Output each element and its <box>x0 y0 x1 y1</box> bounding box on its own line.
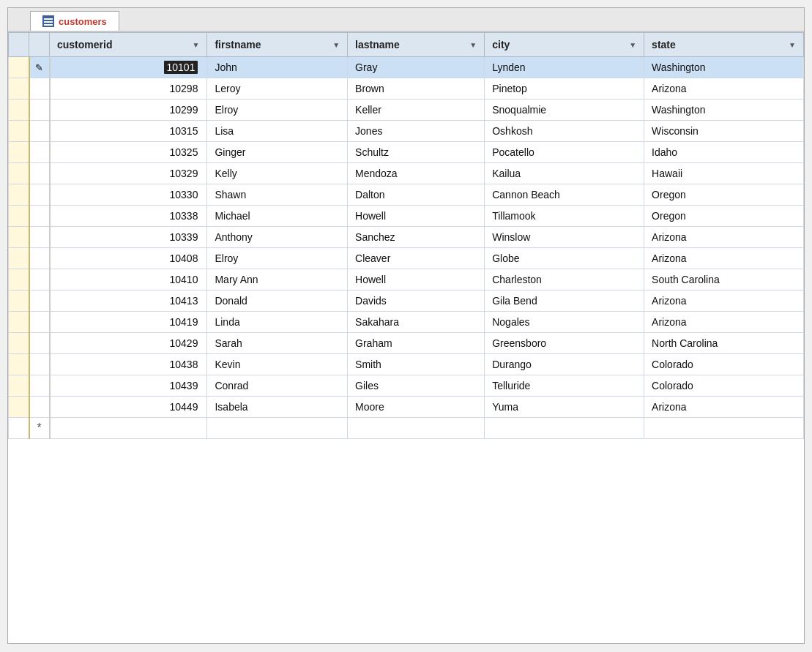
cell-firstname[interactable]: John <box>207 57 348 78</box>
cell-state[interactable]: Arizona <box>644 291 804 312</box>
state-dropdown-icon[interactable]: ▼ <box>789 41 796 49</box>
cell-customerid[interactable]: 10410 <box>50 269 207 291</box>
lastname-dropdown-icon[interactable]: ▼ <box>469 41 477 49</box>
cell-firstname[interactable]: Leroy <box>207 78 348 100</box>
cell-state[interactable]: Idaho <box>644 142 804 163</box>
cell-city[interactable]: Greensboro <box>485 333 644 354</box>
cell-customerid[interactable]: 10449 <box>50 397 207 418</box>
cell-state[interactable]: Washington <box>644 57 804 78</box>
cell-customerid[interactable]: 10315 <box>50 121 207 142</box>
cell-city[interactable]: Cannon Beach <box>485 184 644 206</box>
cell-state[interactable]: Arizona <box>644 227 804 248</box>
table-row[interactable]: 10438KevinSmithDurangoColorado <box>9 354 804 375</box>
cell-city[interactable]: Yuma <box>485 397 644 418</box>
cell-state[interactable]: Washington <box>644 100 804 121</box>
cell-city[interactable]: Snoqualmie <box>485 100 644 121</box>
cell-customerid[interactable]: 10330 <box>50 184 207 206</box>
cell-firstname[interactable]: Ginger <box>207 142 348 163</box>
cell-state[interactable]: Arizona <box>644 397 804 418</box>
cell-state[interactable]: South Carolina <box>644 269 804 291</box>
col-header-city[interactable]: city ▼ <box>485 33 644 57</box>
customerid-dropdown-icon[interactable]: ▼ <box>193 41 200 49</box>
cell-lastname[interactable]: Gray <box>348 57 485 78</box>
cell-city[interactable]: Pocatello <box>485 142 644 163</box>
cell-city[interactable]: Pinetop <box>485 78 644 100</box>
new-row-cell[interactable] <box>348 418 485 439</box>
table-row[interactable]: 10429SarahGrahamGreensboroNorth Carolina <box>9 333 804 354</box>
new-row-cell[interactable] <box>50 418 207 439</box>
table-row[interactable]: 10298LeroyBrownPinetopArizona <box>9 78 804 100</box>
cell-firstname[interactable]: Michael <box>207 206 348 227</box>
table-row[interactable]: 10410Mary AnnHowellCharlestonSouth Carol… <box>9 269 804 291</box>
cell-lastname[interactable]: Smith <box>348 354 485 375</box>
cell-city[interactable]: Gila Bend <box>485 291 644 312</box>
cell-lastname[interactable]: Graham <box>348 333 485 354</box>
cell-firstname[interactable]: Donald <box>207 291 348 312</box>
cell-customerid[interactable]: 10339 <box>50 227 207 248</box>
cell-lastname[interactable]: Howell <box>348 206 485 227</box>
cell-lastname[interactable]: Jones <box>348 121 485 142</box>
table-row[interactable]: ✎10101JohnGrayLyndenWashington <box>9 57 804 78</box>
cell-city[interactable]: Tillamook <box>485 206 644 227</box>
cell-lastname[interactable]: Moore <box>348 397 485 418</box>
cell-firstname[interactable]: Isabela <box>207 397 348 418</box>
cell-state[interactable]: Wisconsin <box>644 121 804 142</box>
new-row-cell[interactable] <box>207 418 348 439</box>
new-row-cell[interactable] <box>485 418 644 439</box>
cell-customerid[interactable]: 10299 <box>50 100 207 121</box>
cell-lastname[interactable]: Dalton <box>348 184 485 206</box>
cell-state[interactable]: Arizona <box>644 78 804 100</box>
cell-firstname[interactable]: Sarah <box>207 333 348 354</box>
cell-customerid[interactable]: 10101 <box>50 57 207 78</box>
new-row-cell[interactable] <box>644 418 804 439</box>
cell-firstname[interactable]: Shawn <box>207 184 348 206</box>
col-header-lastname[interactable]: lastname ▼ <box>348 33 485 57</box>
table-row[interactable]: 10329KellyMendozaKailuaHawaii <box>9 163 804 184</box>
cell-lastname[interactable]: Giles <box>348 375 485 397</box>
cell-lastname[interactable]: Sakahara <box>348 312 485 333</box>
col-header-state[interactable]: state ▼ <box>644 33 804 57</box>
cell-customerid[interactable]: 10408 <box>50 248 207 269</box>
new-row[interactable]: * <box>9 418 804 439</box>
cell-city[interactable]: Lynden <box>485 57 644 78</box>
cell-firstname[interactable]: Elroy <box>207 248 348 269</box>
cell-lastname[interactable]: Brown <box>348 78 485 100</box>
cell-city[interactable]: Nogales <box>485 312 644 333</box>
cell-customerid[interactable]: 10419 <box>50 312 207 333</box>
cell-city[interactable]: Globe <box>485 248 644 269</box>
cell-lastname[interactable]: Davids <box>348 291 485 312</box>
cell-customerid[interactable]: 10338 <box>50 206 207 227</box>
cell-city[interactable]: Telluride <box>485 375 644 397</box>
firstname-dropdown-icon[interactable]: ▼ <box>332 41 340 49</box>
cell-state[interactable]: Colorado <box>644 354 804 375</box>
table-row[interactable]: 10408ElroyCleaverGlobeArizona <box>9 248 804 269</box>
cell-customerid[interactable]: 10429 <box>50 333 207 354</box>
cell-customerid[interactable]: 10298 <box>50 78 207 100</box>
table-row[interactable]: 10449IsabelaMooreYumaArizona <box>9 397 804 418</box>
cell-state[interactable]: Arizona <box>644 248 804 269</box>
cell-state[interactable]: North Carolina <box>644 333 804 354</box>
cell-lastname[interactable]: Schultz <box>348 142 485 163</box>
cell-lastname[interactable]: Cleaver <box>348 248 485 269</box>
customers-tab[interactable]: customers <box>30 11 119 31</box>
cell-lastname[interactable]: Mendoza <box>348 163 485 184</box>
col-header-customerid[interactable]: customerid ▼ <box>50 33 207 57</box>
cell-state[interactable]: Hawaii <box>644 163 804 184</box>
cell-customerid[interactable]: 10439 <box>50 375 207 397</box>
cell-customerid[interactable]: 10325 <box>50 142 207 163</box>
cell-firstname[interactable]: Kelly <box>207 163 348 184</box>
cell-firstname[interactable]: Mary Ann <box>207 269 348 291</box>
table-row[interactable]: 10315LisaJonesOshkoshWisconsin <box>9 121 804 142</box>
col-header-firstname[interactable]: firstname ▼ <box>207 33 348 57</box>
cell-firstname[interactable]: Elroy <box>207 100 348 121</box>
cell-firstname[interactable]: Conrad <box>207 375 348 397</box>
cell-firstname[interactable]: Lisa <box>207 121 348 142</box>
table-row[interactable]: 10419LindaSakaharaNogalesArizona <box>9 312 804 333</box>
cell-state[interactable]: Oregon <box>644 184 804 206</box>
cell-firstname[interactable]: Linda <box>207 312 348 333</box>
cell-lastname[interactable]: Howell <box>348 269 485 291</box>
cell-customerid[interactable]: 10438 <box>50 354 207 375</box>
table-row[interactable]: 10299ElroyKellerSnoqualmieWashington <box>9 100 804 121</box>
cell-state[interactable]: Colorado <box>644 375 804 397</box>
cell-state[interactable]: Arizona <box>644 312 804 333</box>
